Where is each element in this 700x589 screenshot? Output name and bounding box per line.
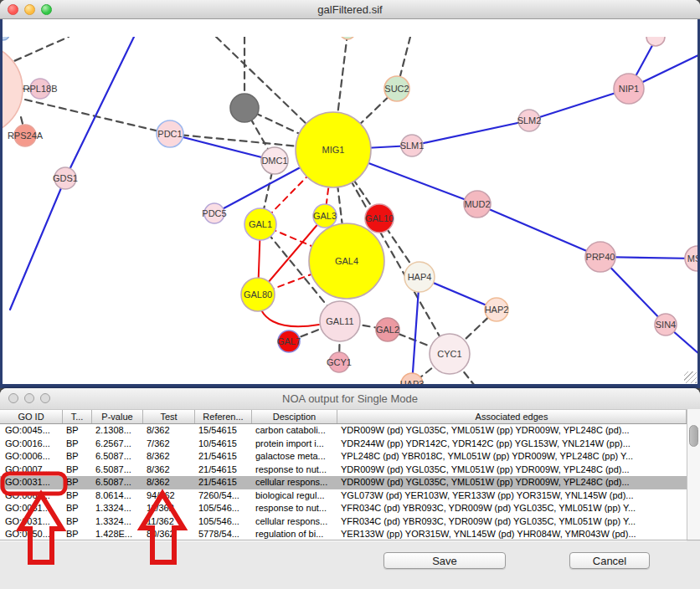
table-body: GO:0045...BP2.1308...8/36215/54615carbon…: [0, 424, 687, 541]
table-cell: YPL248C (pd) YBR018C, YML051W (pp) YDR00…: [337, 450, 687, 464]
column-header-p-value[interactable]: P-value: [92, 410, 143, 423]
table-header-row: GO IDT...P-valueTestReferen...Desciption…: [0, 409, 687, 424]
column-header-associated-edges[interactable]: Associated edges: [337, 410, 687, 423]
table-row[interactable]: GO:0031...BP1.3324...11/362105/546...res…: [0, 502, 687, 515]
table-cell: 6.5087...: [92, 464, 143, 477]
minimize-button-icon[interactable]: [24, 4, 35, 15]
table-cell: BP: [63, 502, 92, 515]
table-cell: galactose meta...: [252, 450, 337, 464]
table-cell: GO:0006...: [0, 450, 63, 464]
column-header-referen-[interactable]: Referen...: [195, 410, 252, 423]
node-label-sin4: SIN4: [656, 320, 676, 330]
table-bottom-divider: [0, 540, 700, 540]
table-cell: YDR244W (pp) YDR142C, YDR142C (pp) YGL15…: [337, 438, 687, 451]
minimize-button-icon[interactable]: [24, 393, 34, 403]
node-label-slm1: SLM1: [400, 141, 425, 151]
node-label-hap2: HAP2: [485, 305, 509, 315]
vertical-scrollbar[interactable]: [687, 409, 700, 540]
network-window: RPL18BRPS24AGDS1PDC1DMC1MIG1SUC2SLM1SLM2…: [0, 0, 700, 388]
table-row[interactable]: GO:0031...BP6.5087...8/36221/54615cellul…: [0, 476, 687, 489]
node-label-dmc1: DMC1: [261, 156, 287, 166]
close-button-icon[interactable]: [8, 4, 18, 15]
table-row[interactable]: GO:0006...BP6.5087...8/36221/54615galact…: [0, 450, 687, 464]
table-cell: YDR009W (pd) YGL035C, YML051W (pp) YDR00…: [337, 424, 687, 438]
table-cell: 21/54615: [195, 464, 252, 477]
save-button[interactable]: Save: [383, 552, 506, 569]
table-cell: 15/54615: [195, 424, 252, 438]
network-window-title: galFiltered.sif: [317, 3, 382, 16]
table-cell: 8/362: [143, 424, 195, 438]
left-large-node[interactable]: [0, 44, 23, 136]
table-cell: biological regul...: [252, 489, 337, 503]
network-edge: [65, 37, 134, 178]
table-cell: GO:0031...: [0, 515, 63, 529]
table-row[interactable]: GO:0065...BP8.0614...94/3627260/54...bio…: [0, 489, 687, 503]
column-header-t-[interactable]: T...: [63, 410, 92, 423]
close-button-icon[interactable]: [8, 393, 18, 403]
node-label-rps24a: RPS24A: [8, 131, 44, 141]
table-cell: YFR034C (pd) YBR093C, YDR009W (pd) YGL03…: [337, 502, 687, 515]
network-svg: RPL18BRPS24AGDS1PDC1DMC1MIG1SUC2SLM1SLM2…: [0, 37, 700, 388]
node-label-gal2: GAL2: [376, 325, 399, 335]
node-label-prp40: PRP40: [586, 252, 615, 262]
column-header-desciption[interactable]: Desciption: [252, 410, 337, 423]
table-cell: 105/546...: [195, 515, 252, 529]
node-label-nip1: NIP1: [619, 84, 639, 94]
table-cell: response to nut...: [252, 464, 337, 477]
table-cell: 8/362: [143, 476, 195, 489]
top-green-sliver-node[interactable]: [340, 37, 355, 39]
node-label-pdc5: PDC5: [202, 208, 226, 218]
node-label-gal3: GAL3: [313, 211, 337, 221]
table-cell: BP: [63, 424, 92, 438]
scrollbar-thumb[interactable]: [689, 425, 698, 447]
network-canvas[interactable]: RPL18BRPS24AGDS1PDC1DMC1MIG1SUC2SLM1SLM2…: [0, 18, 700, 388]
table-cell: 7/362: [143, 438, 195, 451]
table-cell: carbon cataboli...: [252, 424, 337, 438]
table-row[interactable]: GO:0045...BP2.1308...8/36215/54615carbon…: [0, 424, 687, 438]
table-cell: BP: [63, 464, 92, 477]
table-cell: cellular respons...: [252, 515, 337, 529]
node-label-rpl18b: RPL18B: [23, 84, 58, 94]
table-cell: 6.5087...: [92, 476, 143, 489]
table-cell: 8/362: [143, 464, 195, 477]
table-cell: 6.2567...: [92, 438, 143, 451]
table-cell: 94/362: [143, 489, 195, 503]
cancel-button[interactable]: Cancel: [569, 552, 650, 569]
node-label-gal1: GAL1: [249, 219, 272, 229]
resize-grip-icon[interactable]: [684, 371, 697, 383]
node-label-cyc1: CYC1: [437, 349, 461, 359]
table-cell: 21/54615: [195, 476, 252, 489]
table-row[interactable]: GO:0007...BP6.5087...8/36221/54615respon…: [0, 464, 687, 477]
node-label-gds1: GDS1: [53, 173, 78, 183]
table-cell: 11/362: [143, 515, 195, 529]
table-cell: 10/54615: [195, 438, 252, 451]
zoom-button-icon[interactable]: [41, 4, 52, 15]
node-label-slm2: SLM2: [517, 115, 542, 125]
network-edge: [10, 178, 65, 310]
table-cell: GO:0031...: [0, 476, 63, 489]
zoom-button-icon[interactable]: [40, 393, 50, 403]
table-cell: protein import i...: [252, 438, 337, 451]
table-cell: 8/362: [143, 450, 195, 464]
table-cell: GO:0031...: [0, 502, 63, 515]
noa-window: NOA output for Single Mode GO IDT...P-va…: [0, 388, 700, 589]
table-cell: BP: [63, 515, 92, 529]
table-cell: 2.1308...: [92, 424, 143, 438]
table-row[interactable]: GO:0016...BP6.2567...7/36210/54615protei…: [0, 438, 687, 451]
column-header-test[interactable]: Test: [143, 410, 195, 423]
unlabeled-gray-node[interactable]: [230, 94, 259, 122]
table-cell: 1.3324...: [92, 515, 143, 529]
table-cell: BP: [63, 489, 92, 503]
node-label-hap4: HAP4: [408, 272, 432, 282]
network-titlebar[interactable]: galFiltered.sif: [0, 0, 700, 19]
table-cell: GO:0065...: [0, 489, 63, 503]
node-label-gal7: GAL7: [277, 336, 301, 346]
canvas-border-left: [0, 18, 3, 388]
noa-titlebar[interactable]: NOA output for Single Mode: [0, 388, 700, 410]
noa-table: GO IDT...P-valueTestReferen...Desciption…: [0, 409, 687, 541]
column-header-go-id[interactable]: GO ID: [0, 410, 63, 423]
table-cell: BP: [63, 438, 92, 451]
top-right-sliver-node[interactable]: [646, 37, 665, 46]
table-cell: 1.3324...: [92, 502, 143, 515]
table-row[interactable]: GO:0031...BP1.3324...11/362105/546...cel…: [0, 515, 687, 529]
